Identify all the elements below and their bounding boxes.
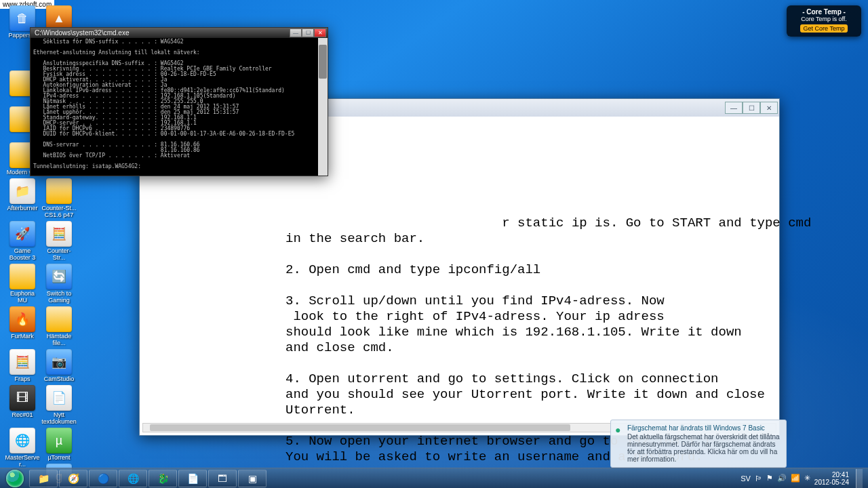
- icon-µ-icon: µ: [46, 428, 72, 453]
- desktop-icon-label: Afterburner: [5, 205, 40, 211]
- taskbar-button[interactable]: 🔵: [89, 470, 117, 487]
- taskbar-button[interactable]: 🧭: [59, 470, 87, 487]
- start-orb-icon: [6, 470, 24, 487]
- desktop-icon-label: Switch to Gaming Mode: [41, 290, 77, 304]
- clock-time: 20:41: [814, 471, 849, 479]
- icon-folder-icon: [9, 264, 35, 289]
- tray-flag-icon[interactable]: 🏳: [755, 474, 762, 483]
- desktop-icon[interactable]: 📷CamStudio: [41, 349, 77, 382]
- cmd-close-button[interactable]: ✕: [314, 28, 326, 37]
- desktop-icon-label: CamStudio: [41, 375, 77, 382]
- desktop-icon-label: Rec#01: [5, 411, 40, 418]
- cmd-title: C:\Windows\system32\cmd.exe: [35, 29, 130, 37]
- icon-🧮-icon: 🧮: [9, 349, 35, 375]
- tray-volume-icon[interactable]: 🔊: [777, 474, 787, 483]
- toast-body: Det aktuella färgschemat har överskridit…: [627, 433, 781, 463]
- desktop-icon[interactable]: µµTorrent: [41, 428, 77, 461]
- minimize-button[interactable]: —: [725, 102, 743, 114]
- desktop-icon-label: Euphoria MU SEASON 3...: [5, 290, 40, 304]
- start-button[interactable]: [1, 468, 28, 489]
- cmd-window[interactable]: C:\Windows\system32\cmd.exe — ☐ ✕ Söklis…: [30, 27, 328, 176]
- lang-indicator[interactable]: SV: [741, 474, 751, 483]
- show-desktop-button[interactable]: [856, 469, 863, 488]
- desktop-icon[interactable]: 📄Nytt textdokument: [41, 385, 77, 425]
- cmd-titlebar[interactable]: C:\Windows\system32\cmd.exe — ☐ ✕: [31, 28, 328, 38]
- taskbar-clock[interactable]: 20:41 2012-05-24: [814, 471, 849, 486]
- desktop-icon-label: MasterServer...: [5, 454, 40, 468]
- cmd-minimize-button[interactable]: —: [290, 28, 302, 37]
- maximize-button[interactable]: ☐: [743, 102, 760, 114]
- icon-🔄-icon: 🔄: [46, 264, 72, 289]
- close-button[interactable]: ✕: [760, 102, 778, 114]
- icon-📷-icon: 📷: [46, 349, 72, 375]
- system-tray[interactable]: SV 🏳 ⚑ 🔊 📶 ✳ 20:41 2012-05-24: [741, 469, 867, 488]
- icon-🚀-icon: 🚀: [9, 221, 35, 247]
- desktop-icon[interactable]: 🔄Switch to Gaming Mode: [41, 264, 77, 304]
- desktop-icon[interactable]: Euphoria MU SEASON 3...: [5, 264, 40, 304]
- desktop-icon[interactable]: 🎞Rec#01: [5, 385, 40, 418]
- icon-🧮-icon: 🧮: [46, 221, 72, 247]
- icon-folder-icon: [46, 178, 72, 204]
- desktop-icon[interactable]: 🧮Fraps: [5, 349, 40, 382]
- desktop-icon[interactable]: 🌐MasterServer...: [5, 428, 40, 468]
- desktop-icon-label: Fraps: [5, 375, 40, 382]
- gadget-get-button[interactable]: Get Core Temp: [800, 24, 848, 33]
- tray-app-icon[interactable]: ✳: [804, 474, 810, 483]
- taskbar-button[interactable]: 📄: [178, 470, 207, 487]
- cmd-body[interactable]: Söklista för DNS-suffix . . . . . : WAG5…: [31, 38, 328, 176]
- gadget-title: - Core Temp -: [791, 8, 857, 16]
- icon-🌐-icon: 🌐: [9, 428, 35, 453]
- desktop-icon[interactable]: Hämtade file...: [41, 306, 77, 346]
- cmd-v-scrollbar[interactable]: [318, 38, 328, 176]
- tray-action-center-icon[interactable]: ⚑: [766, 474, 773, 483]
- taskbar-button[interactable]: ▣: [238, 470, 267, 487]
- gadget-line: Core Temp is off.: [791, 16, 857, 22]
- desktop-icon-label: FurMark: [5, 333, 40, 340]
- desktop-icon[interactable]: 🔥FurMark: [5, 306, 40, 340]
- coretemp-gadget[interactable]: - Core Temp - Core Temp is off. Get Core…: [787, 5, 861, 37]
- desktop-icon-label: µTorrent: [41, 454, 77, 461]
- desktop-icon-label: Counter-Str...: [41, 247, 77, 261]
- icon-📁-icon: 📁: [9, 178, 35, 204]
- desktop-icon[interactable]: Counter-St... CS1.6 p47: [41, 178, 77, 218]
- taskbar[interactable]: 📁🧭🔵🌐🐉📄🗔▣ SV 🏳 ⚑ 🔊 📶 ✳ 20:41 2012-05-24: [0, 468, 868, 488]
- notification-toast[interactable]: Färgschemat har ändrats till Windows 7 B…: [610, 420, 787, 468]
- icon-🔥-icon: 🔥: [9, 306, 35, 332]
- clock-date: 2012-05-24: [814, 479, 849, 486]
- desktop-icon[interactable]: 🧮Counter-Str...: [41, 221, 77, 261]
- taskbar-button[interactable]: 📁: [29, 470, 58, 487]
- desktop-icon[interactable]: 🚀Game Booster 3: [5, 221, 40, 261]
- cmd-maximize-button[interactable]: ☐: [302, 28, 314, 37]
- icon-📄-icon: 📄: [46, 385, 72, 411]
- taskbar-button[interactable]: 🐉: [149, 470, 177, 487]
- toast-title: Färgschemat har ändrats till Windows 7 B…: [627, 424, 781, 432]
- taskbar-button[interactable]: 🌐: [119, 470, 147, 487]
- taskbar-button[interactable]: 🗔: [208, 470, 237, 487]
- icon-🎞-icon: 🎞: [9, 385, 35, 411]
- desktop-icon[interactable]: 📁Afterburner: [5, 178, 40, 211]
- desktop-icon-label: Counter-St... CS1.6 p47: [41, 205, 77, 218]
- icon-folder-icon: [46, 306, 72, 332]
- desktop-icon-label: Game Booster 3: [5, 247, 40, 261]
- tray-network-icon[interactable]: 📶: [791, 474, 800, 483]
- desktop-icon-label: Hämtade file...: [41, 333, 77, 346]
- desktop-icon-label: Nytt textdokument: [41, 411, 77, 425]
